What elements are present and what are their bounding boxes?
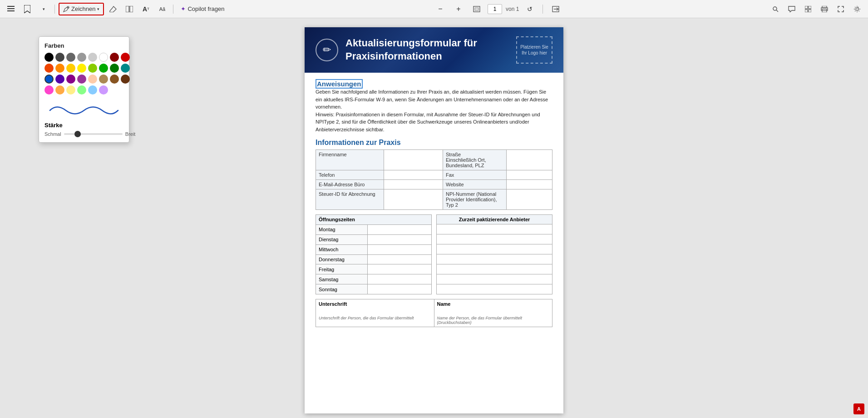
color-swatch-light-orange[interactable] (55, 85, 64, 95)
field-label-steuerid: Steuer-ID für Abrechnung (316, 189, 384, 210)
color-swatch-brown[interactable] (110, 75, 119, 84)
table-row: Mittwoch (316, 244, 432, 254)
table-row: Dienstag (316, 234, 432, 244)
color-swatch-gray[interactable] (66, 53, 75, 62)
settings-button[interactable] (850, 3, 864, 15)
hours-input-thursday (368, 254, 432, 264)
color-swatch-magenta[interactable] (66, 75, 75, 84)
color-swatch-dark-brown[interactable] (121, 75, 130, 84)
color-swatch-red[interactable] (121, 53, 130, 62)
pdf-header-logo: Platzieren Sie Ihr Logo hier (516, 36, 552, 64)
fit-button[interactable] (469, 3, 484, 15)
table-row: E-Mail-Adresse Büro Website (316, 180, 552, 189)
field-input-telefon (384, 170, 443, 180)
hours-input-sunday (368, 284, 432, 294)
draw-button[interactable]: Zeichnen ▾ (59, 3, 104, 15)
color-swatch-tan[interactable] (99, 75, 108, 84)
bookmark-dropdown[interactable]: ▾ (36, 3, 51, 15)
zoom-out-button[interactable]: − (433, 3, 448, 15)
color-swatch-purple[interactable] (55, 75, 64, 84)
color-swatch-light-green[interactable] (77, 85, 86, 95)
pdf-header: ✏ Aktualisierungsformular für Praxisinfo… (305, 27, 563, 73)
color-swatch-light-gray[interactable] (88, 53, 97, 62)
field-label-email: E-Mail-Adresse Büro (316, 180, 384, 189)
color-picker-panel: Farben (39, 36, 129, 143)
page-number-input[interactable] (488, 4, 502, 14)
toolbar-center: − + von 1 ↺ (230, 3, 766, 15)
share-button[interactable] (548, 3, 563, 15)
toolbar-right (768, 3, 864, 15)
color-swatch-peach[interactable] (88, 75, 97, 84)
color-swatch-light-blue[interactable] (88, 85, 97, 95)
table-row: Samstag (316, 274, 432, 284)
day-sunday: Sonntag (316, 284, 368, 294)
color-swatch-red-orange[interactable] (44, 64, 54, 73)
color-swatch-dark-green[interactable] (110, 64, 119, 73)
abc-button[interactable]: Aã (155, 3, 169, 15)
day-wednesday: Mittwoch (316, 244, 368, 254)
svg-point-9 (773, 7, 777, 10)
color-swatch-violet[interactable] (77, 75, 86, 84)
svg-line-10 (776, 10, 778, 12)
color-swatch-hot-pink[interactable] (44, 85, 54, 95)
hours-providers-section: Öffnungszeiten Montag Dienstag Mittwoch … (316, 214, 552, 294)
thickness-min-label: Schmal (44, 131, 61, 137)
color-swatch-black[interactable] (44, 53, 54, 62)
search-button[interactable] (768, 3, 783, 15)
copilot-button[interactable]: ✦ Copilot fragen (177, 3, 228, 15)
table-row: Montag (316, 224, 432, 234)
color-swatch-lavender[interactable] (99, 85, 108, 95)
color-swatch-green[interactable] (99, 64, 108, 73)
field-label-website: Website (443, 180, 507, 189)
colors-title: Farben (44, 42, 123, 49)
table-row (437, 234, 552, 244)
name-sublabel: Name der Person, die das Formular übermi… (437, 316, 550, 325)
expand-button[interactable] (833, 3, 848, 15)
table-row: Freitag (316, 264, 432, 274)
columns-button[interactable] (122, 3, 137, 15)
signature-cell: Unterschrift Unterschrift der Person, di… (316, 299, 434, 327)
comment-button[interactable] (784, 3, 799, 15)
eraser-button[interactable] (106, 3, 120, 15)
draw-chevron: ▾ (97, 7, 99, 11)
pdf-document: ✏ Aktualisierungsformular für Praxisinfo… (305, 27, 563, 413)
color-swatch-blue-selected[interactable] (44, 75, 54, 84)
text-button[interactable]: AT (138, 3, 153, 15)
history-button[interactable]: ↺ (523, 3, 537, 15)
field-input-firmenname (384, 150, 443, 170)
print-button[interactable] (817, 3, 832, 15)
table-row: Firmenname Straße Einschließlich Ort, Bu… (316, 150, 552, 170)
thickness-slider[interactable] (64, 133, 123, 135)
pdf-viewer[interactable]: ✏ Aktualisierungsformular für Praxisinfo… (0, 18, 868, 418)
table-row: Donnerstag (316, 254, 432, 264)
color-swatch-yellow-green[interactable] (88, 64, 97, 73)
pdf-content: Anweisungen Geben Sie nachfolgend alle I… (305, 73, 563, 334)
color-swatch-teal[interactable] (121, 64, 130, 73)
color-swatch-medium-gray[interactable] (77, 53, 86, 62)
grid-view-button[interactable] (801, 3, 815, 15)
instructions-heading: Anweisungen (316, 80, 552, 88)
brush-wave-svg (48, 101, 120, 115)
color-swatch-dark-red[interactable] (110, 53, 119, 62)
thickness-title: Stärke (44, 122, 123, 129)
svg-rect-15 (822, 6, 827, 8)
name-label: Name (437, 301, 550, 307)
field-label-fax: Fax (443, 170, 507, 180)
color-swatch-white[interactable] (99, 53, 108, 62)
day-thursday: Donnerstag (316, 254, 368, 264)
color-swatch-amber[interactable] (66, 64, 75, 73)
color-swatch-orange[interactable] (55, 64, 64, 73)
adobe-icon: A (853, 403, 864, 414)
hours-input-saturday (368, 274, 432, 284)
menu-button[interactable] (4, 3, 18, 15)
bookmark-button[interactable] (20, 3, 35, 15)
hours-input-friday (368, 264, 432, 274)
zoom-in-button[interactable]: + (451, 3, 466, 15)
color-swatch-light-yellow[interactable] (66, 85, 75, 95)
color-swatch-yellow[interactable] (77, 64, 86, 73)
thickness-max-label: Breit (125, 131, 136, 137)
copilot-label: Copilot fragen (187, 5, 224, 12)
signature-sublabel: Unterschrift der Person, die das Formula… (319, 316, 431, 320)
color-swatch-dark-gray[interactable] (55, 53, 64, 62)
svg-rect-14 (809, 10, 811, 12)
